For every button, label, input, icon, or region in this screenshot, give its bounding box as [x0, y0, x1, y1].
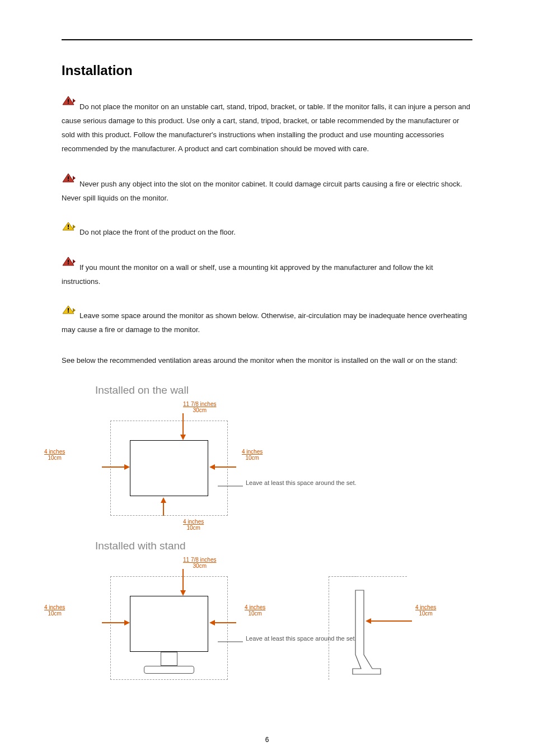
dim-top-cm: 30cm — [193, 407, 207, 413]
svg-rect-10 — [68, 228, 69, 229]
dim-left-in: 4 inches — [44, 449, 65, 455]
page: Installation Do not place the monitor on… — [0, 0, 534, 708]
warning-red-icon — [62, 256, 78, 272]
svg-marker-25 — [209, 464, 215, 470]
warning-yellow-icon — [62, 222, 78, 236]
paragraph-1: Do not place the monitor on an unstable … — [62, 95, 472, 156]
svg-marker-23 — [124, 464, 130, 470]
svg-rect-13 — [68, 260, 69, 263]
dim-right-in-2: 4 inches — [245, 604, 265, 610]
monitor-front — [130, 596, 208, 652]
dim-top: 11 7/8 inches 30cm — [183, 401, 217, 413]
svg-rect-14 — [68, 263, 69, 264]
svg-rect-18 — [68, 311, 69, 312]
paragraph-6-text: See below the recommended ventilation ar… — [62, 356, 457, 365]
svg-rect-9 — [68, 225, 69, 227]
paragraph-2-text: Never push any object into the slot on t… — [62, 180, 462, 202]
dim-top-in: 11 7/8 inches — [183, 401, 217, 407]
dim-top-2: 11 7/8 inches 30cm — [183, 557, 217, 569]
svg-marker-11 — [73, 225, 76, 229]
diagram-wall-title: Installed on the wall — [95, 384, 472, 396]
diagram-caption: Leave at least this space around the set… — [246, 479, 357, 487]
arrow-left-icon — [208, 617, 239, 628]
paragraph-5-text: Leave some space around the monitor as s… — [62, 311, 467, 334]
dim-left: 4 inches 10cm — [44, 449, 65, 461]
diagram-wall: Installed on the wall 11 7/8 inches 30cm… — [62, 384, 472, 535]
dim-left-cm: 10cm — [48, 455, 61, 461]
svg-marker-7 — [73, 176, 76, 180]
paragraph-3-text: Do not place the front of the product on… — [79, 228, 236, 236]
paragraph-4: If you mount the monitor on a wall or sh… — [62, 256, 472, 288]
dim-top-in-2: 11 7/8 inches — [183, 557, 217, 563]
svg-marker-15 — [73, 259, 76, 264]
svg-marker-37 — [366, 618, 371, 624]
svg-marker-27 — [161, 497, 166, 503]
paragraph-2: Never push any object into the slot on t… — [62, 172, 472, 205]
svg-rect-6 — [68, 180, 69, 181]
svg-rect-2 — [68, 102, 69, 104]
svg-rect-1 — [68, 99, 69, 102]
arrow-up-icon — [155, 496, 172, 517]
dim-right-cm: 10cm — [245, 455, 259, 461]
dim-right-cm-2: 10cm — [248, 610, 261, 617]
dim-left-2: 4 inches 10cm — [44, 604, 65, 617]
paragraph-5: Leave some space around the monitor as s… — [62, 305, 472, 337]
stand-neck — [161, 652, 177, 666]
clearance-top-side — [329, 576, 407, 582]
arrow-down-icon — [175, 413, 191, 441]
warning-yellow-icon — [62, 305, 78, 320]
paragraph-6: See below the recommended ventilation ar… — [62, 353, 472, 367]
dim-top-cm-2: 30cm — [193, 563, 207, 569]
stand-base — [144, 666, 194, 674]
svg-rect-5 — [68, 176, 69, 179]
paragraph-1-text: Do not place the monitor on an unstable … — [62, 102, 470, 153]
svg-marker-19 — [73, 308, 76, 312]
dim-side-right: 4 inches 10cm — [415, 604, 436, 617]
pointer-line-icon — [218, 636, 249, 647]
arrow-left-icon — [364, 615, 415, 627]
section-heading: Installation — [62, 63, 472, 78]
dim-side-right-cm: 10cm — [419, 610, 432, 617]
dim-side-right-in: 4 inches — [415, 604, 436, 610]
pointer-line-icon — [218, 480, 249, 492]
paragraph-3: Do not place the front of the product on… — [62, 222, 472, 239]
svg-marker-34 — [209, 620, 215, 626]
diagram-stand-area: 11 7/8 inches 30cm 4 inches 10cm 4 inche… — [71, 557, 463, 691]
warning-red-icon — [62, 95, 78, 111]
dim-left-cm-2: 10cm — [48, 610, 61, 617]
page-number: 6 — [0, 736, 534, 744]
arrow-right-icon — [102, 617, 133, 628]
diagram-stand: Installed with stand 11 7/8 inches 30cm … — [62, 540, 472, 691]
arrow-right-icon — [102, 461, 133, 473]
svg-marker-30 — [180, 590, 186, 596]
svg-marker-3 — [73, 99, 76, 103]
monitor-outline — [130, 440, 208, 496]
arrow-left-icon — [208, 461, 239, 473]
dim-bottom-in: 4 inches — [183, 519, 204, 525]
dim-bottom: 4 inches 10cm — [183, 519, 204, 531]
warning-red-icon — [62, 172, 78, 188]
dim-bottom-cm: 10cm — [186, 525, 200, 531]
svg-marker-21 — [180, 435, 186, 440]
top-rule — [62, 39, 472, 40]
dim-right-2: 4 inches 10cm — [245, 604, 265, 617]
dim-right: 4 inches 10cm — [242, 449, 263, 461]
paragraph-4-text: If you mount the monitor on a wall or sh… — [62, 263, 433, 286]
dim-right-in: 4 inches — [242, 449, 263, 455]
diagram-stand-title: Installed with stand — [95, 540, 472, 552]
arrow-down-icon — [175, 569, 191, 597]
svg-rect-17 — [68, 308, 69, 311]
monitor-side-view — [350, 587, 389, 683]
diagram-wall-area: 11 7/8 inches 30cm 4 inches 10cm 4 inche… — [71, 401, 463, 535]
dim-left-in-2: 4 inches — [44, 604, 65, 610]
svg-marker-32 — [124, 620, 130, 626]
